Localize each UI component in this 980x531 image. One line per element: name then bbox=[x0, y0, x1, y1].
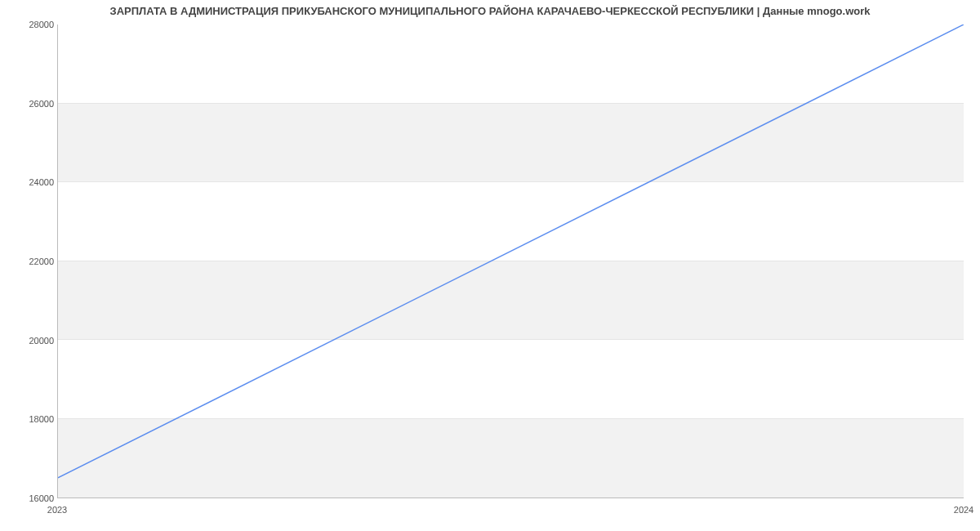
y-tick-label: 16000 bbox=[5, 493, 54, 503]
y-tick-label: 28000 bbox=[5, 20, 54, 29]
chart-container: ЗАРПЛАТА В АДМИНИСТРАЦИЯ ПРИКУБАНСКОГО М… bbox=[0, 0, 980, 531]
x-tick-label: 2023 bbox=[47, 505, 67, 515]
chart-title: ЗАРПЛАТА В АДМИНИСТРАЦИЯ ПРИКУБАНСКОГО М… bbox=[0, 5, 980, 17]
x-tick-label: 2024 bbox=[954, 505, 973, 515]
y-tick-label: 26000 bbox=[5, 99, 54, 109]
y-tick-label: 18000 bbox=[5, 414, 54, 424]
y-tick-label: 24000 bbox=[5, 177, 54, 187]
y-tick-label: 20000 bbox=[5, 336, 54, 346]
y-tick-label: 22000 bbox=[5, 257, 54, 266]
plot-area bbox=[57, 25, 964, 498]
line-series bbox=[58, 25, 964, 498]
